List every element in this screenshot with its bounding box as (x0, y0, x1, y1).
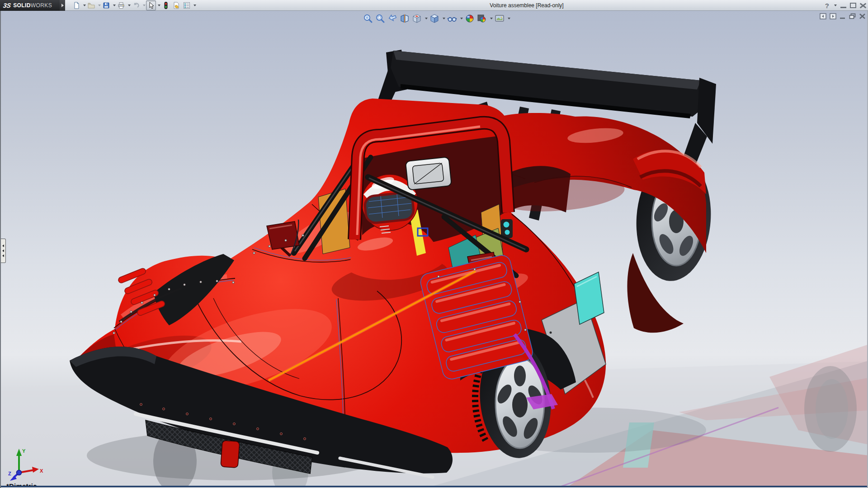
edit-appearance-icon (465, 14, 475, 23)
restore-icon (850, 3, 856, 8)
doc-minimize-button[interactable] (840, 13, 846, 19)
display-style-dropdown[interactable] (443, 18, 445, 19)
triad-x-label: X (40, 468, 43, 474)
show-pane-left-button[interactable] (820, 13, 826, 19)
print-icon (118, 2, 125, 9)
hide-show-items-dropdown[interactable] (460, 18, 463, 19)
display-style-icon (429, 14, 439, 23)
view-orientation-button[interactable] (411, 13, 422, 24)
print-dropdown[interactable] (128, 5, 131, 6)
flyout-arrow-icon (61, 4, 64, 7)
expand-arrow-icon (2, 249, 4, 252)
rebuild-traffic-light-icon (162, 2, 170, 9)
undo-button[interactable] (131, 0, 141, 10)
view-orientation-dropdown[interactable] (425, 18, 428, 19)
rebuild-button[interactable] (161, 0, 171, 10)
model-scene (1, 11, 868, 488)
view-settings-button[interactable] (494, 13, 505, 24)
solidworks-logo-mark: 3S (3, 2, 11, 9)
menu-flyout-button[interactable] (60, 0, 65, 11)
expand-arrow-icon (2, 254, 4, 257)
view-settings-icon (495, 14, 505, 23)
feature-manager-collapsed-tab[interactable] (1, 239, 6, 263)
options-list-icon (183, 2, 190, 9)
new-document-button[interactable] (71, 0, 81, 10)
headsup-view-toolbar (363, 13, 510, 24)
main-toolbar (71, 0, 196, 10)
doc-restore-button[interactable] (849, 13, 856, 19)
select-cursor-icon (147, 2, 155, 9)
expand-arrow-icon (2, 244, 4, 247)
intake-box (406, 157, 452, 190)
apply-scene-icon (477, 14, 487, 23)
apply-scene-dropdown[interactable] (490, 18, 493, 19)
undo-icon (132, 2, 140, 9)
options-dropdown[interactable] (193, 5, 196, 6)
triad-z-label: Z (8, 471, 11, 476)
close-button[interactable] (860, 3, 866, 8)
zoom-to-area-button[interactable] (375, 13, 386, 24)
undo-dropdown[interactable] (143, 5, 146, 6)
new-document-dropdown[interactable] (83, 5, 86, 6)
reference-triad[interactable]: Y X Z (8, 446, 46, 483)
open-button[interactable] (86, 0, 96, 10)
restore-button[interactable] (850, 3, 856, 8)
document-window-controls (820, 13, 866, 19)
triad-y-label: Y (22, 448, 26, 454)
edit-appearance-button[interactable] (464, 13, 475, 24)
doc-close-button[interactable] (859, 13, 866, 19)
pane-right-icon (830, 13, 836, 19)
view-orientation-icon (412, 14, 422, 23)
zoom-to-fit-button[interactable] (363, 13, 373, 24)
show-pane-right-button[interactable] (830, 13, 836, 19)
section-view-icon (400, 14, 410, 23)
options-button[interactable] (182, 0, 192, 10)
triad-y-arrow (16, 449, 22, 456)
triad-x-arrow (32, 467, 39, 473)
doc-restore-icon (849, 13, 856, 19)
zoom-to-fit-icon (363, 14, 373, 23)
triad-origin (17, 470, 22, 475)
save-dropdown[interactable] (113, 5, 116, 6)
window-controls: ? (825, 0, 866, 11)
open-dropdown[interactable] (98, 5, 101, 6)
new-document-icon (73, 2, 80, 9)
save-floppy-icon (103, 2, 110, 9)
solidworks-window: 3S SOLIDWORKS (0, 0, 868, 488)
apply-scene-button[interactable] (476, 13, 487, 24)
doc-minimize-icon (840, 13, 846, 19)
zoom-to-area-icon (375, 14, 385, 23)
view-settings-dropdown[interactable] (508, 18, 510, 19)
graphics-viewport[interactable]: Y X Z *Dimetric (0, 11, 868, 488)
doc-close-icon (859, 13, 866, 19)
section-view-button[interactable] (399, 13, 410, 24)
help-button[interactable]: ? (825, 2, 829, 9)
save-button[interactable] (101, 0, 111, 10)
open-folder-icon (88, 2, 95, 9)
help-dropdown[interactable] (834, 5, 837, 6)
file-properties-icon (173, 2, 180, 9)
print-button[interactable] (116, 0, 126, 10)
titlebar: 3S SOLIDWORKS (0, 0, 868, 11)
hide-show-items-button[interactable] (447, 13, 458, 24)
pane-left-icon (820, 13, 826, 19)
minimize-icon (840, 7, 846, 8)
previous-view-button[interactable] (387, 13, 398, 24)
minimize-button[interactable] (840, 3, 846, 8)
hide-show-items-icon (447, 14, 457, 23)
close-icon (860, 3, 866, 8)
solidworks-logo: 3S SOLIDWORKS (0, 0, 60, 11)
solidworks-brand: SOLIDWORKS (13, 2, 52, 9)
select-tool-button[interactable] (146, 0, 156, 10)
display-style-button[interactable] (429, 13, 440, 24)
select-dropdown[interactable] (158, 5, 160, 6)
file-properties-button[interactable] (171, 0, 181, 10)
window-title: Voiture assemblee [Read-only] (490, 0, 563, 11)
previous-view-icon (387, 14, 397, 23)
